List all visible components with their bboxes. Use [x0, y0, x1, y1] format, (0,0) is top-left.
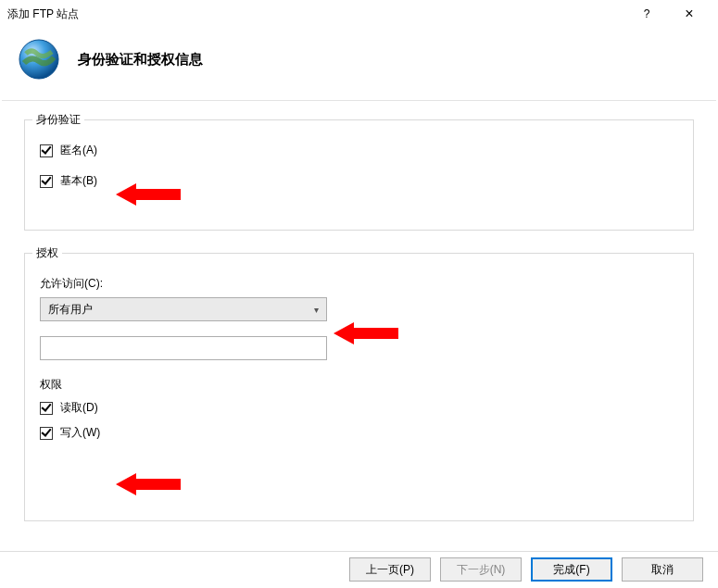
check-icon — [40, 175, 53, 188]
permissions-label: 权限 — [40, 377, 678, 393]
help-icon: ? — [644, 7, 650, 20]
wizard-content: 身份验证 匿名(A) 基本(B) 授权 允许访问(C): 所有用户 ▾ 权限 读… — [2, 100, 716, 521]
titlebar: 添加 FTP 站点 ? × — [0, 0, 718, 28]
wizard-footer: 上一页(P) 下一步(N) 完成(F) 取消 — [0, 551, 718, 588]
window-title: 添加 FTP 站点 — [7, 6, 625, 22]
chevron-down-icon: ▾ — [314, 305, 319, 315]
close-button[interactable]: × — [668, 0, 711, 28]
prev-button[interactable]: 上一页(P) — [349, 557, 431, 582]
specific-input[interactable] — [40, 336, 327, 360]
dropdown-value: 所有用户 — [48, 302, 93, 318]
legend-authorization: 授权 — [32, 245, 62, 261]
checkbox-label: 读取(D) — [60, 400, 98, 416]
check-icon — [40, 402, 53, 415]
checkbox-write[interactable]: 写入(W) — [40, 425, 678, 441]
cancel-button[interactable]: 取消 — [622, 557, 703, 582]
fieldset-authentication: 身份验证 匿名(A) 基本(B) — [24, 119, 694, 231]
wizard-heading: 身份验证和授权信息 — [78, 51, 203, 69]
fieldset-authorization: 授权 允许访问(C): 所有用户 ▾ 权限 读取(D) 写入(W) — [24, 253, 694, 521]
allow-access-dropdown[interactable]: 所有用户 ▾ — [40, 297, 327, 321]
checkbox-label: 写入(W) — [60, 425, 100, 441]
check-icon — [40, 427, 53, 440]
checkbox-anonymous[interactable]: 匿名(A) — [40, 143, 678, 158]
close-icon: × — [685, 6, 693, 22]
wizard-header: 身份验证和授权信息 — [0, 28, 718, 98]
next-button: 下一步(N) — [440, 557, 522, 582]
checkbox-read[interactable]: 读取(D) — [40, 400, 678, 416]
globe-icon — [17, 37, 61, 81]
checkbox-label: 匿名(A) — [60, 143, 97, 158]
checkbox-basic[interactable]: 基本(B) — [40, 173, 678, 189]
check-icon — [40, 144, 53, 157]
help-button[interactable]: ? — [625, 0, 668, 28]
legend-authentication: 身份验证 — [32, 112, 84, 128]
allow-access-label: 允许访问(C): — [40, 276, 678, 292]
finish-button[interactable]: 完成(F) — [531, 557, 612, 582]
checkbox-label: 基本(B) — [60, 173, 97, 189]
